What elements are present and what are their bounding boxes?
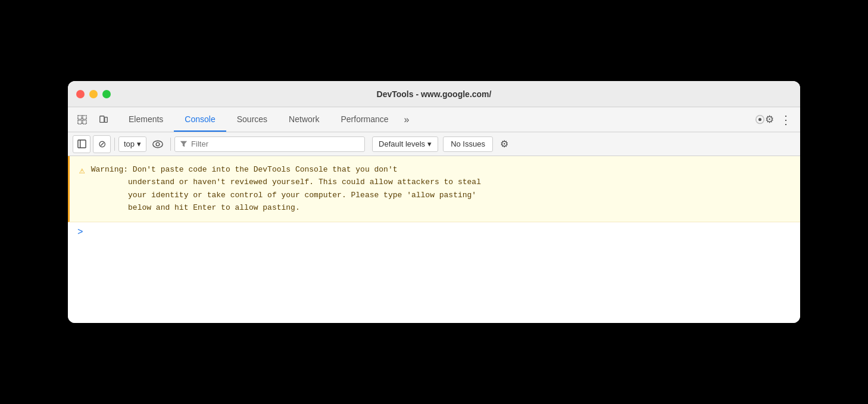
live-expressions-button[interactable] — [149, 135, 167, 153]
filter-input[interactable] — [191, 139, 360, 148]
svg-rect-2 — [78, 120, 82, 123]
no-issues-label: No Issues — [451, 139, 485, 148]
console-settings-icon: ⚙ — [500, 138, 508, 150]
tab-performance[interactable]: Performance — [330, 107, 399, 132]
svg-rect-6 — [77, 140, 85, 148]
context-dropdown-icon: ▾ — [137, 139, 141, 148]
more-tabs-button[interactable]: » — [399, 114, 414, 125]
more-options-button[interactable]: ⋮ — [776, 110, 795, 129]
device-toolbar-button[interactable] — [94, 110, 113, 129]
svg-point-8 — [153, 141, 163, 147]
context-label: top — [124, 139, 135, 148]
tab-bar: Elements Console Sources Network Perform… — [68, 107, 800, 132]
filter-input-wrap[interactable] — [174, 136, 365, 152]
devtools-window: DevTools - www.google.com/ — [68, 81, 800, 323]
svg-rect-1 — [83, 115, 86, 119]
tab-actions: ⚙ ⋮ — [755, 110, 795, 129]
warning-icon: ⚠ — [79, 164, 85, 179]
levels-dropdown-icon: ▾ — [427, 139, 432, 148]
levels-label: Default levels — [379, 139, 425, 148]
warning-message: ⚠ Warning: Don't paste code into the Dev… — [68, 156, 800, 222]
console-output: ⚠ Warning: Don't paste code into the Dev… — [68, 156, 800, 323]
clear-console-button[interactable]: ⊘ — [93, 135, 111, 153]
context-selector[interactable]: top ▾ — [118, 136, 146, 152]
warning-text: Warning: Don't paste code into the DevTo… — [91, 163, 481, 215]
sidebar-toggle-button[interactable] — [73, 135, 90, 153]
tab-icon-group — [73, 110, 113, 129]
console-settings-button[interactable]: ⚙ — [495, 135, 513, 153]
maximize-button[interactable] — [102, 90, 111, 98]
prompt-chevron: > — [77, 227, 83, 238]
toolbar-separator-2 — [170, 138, 171, 151]
svg-rect-5 — [105, 117, 107, 122]
console-toolbar: ⊘ top ▾ Default levels ▾ — [68, 132, 800, 156]
minimize-button[interactable] — [89, 90, 98, 98]
svg-rect-0 — [78, 115, 82, 119]
svg-rect-3 — [83, 120, 86, 123]
inspect-element-button[interactable] — [73, 110, 92, 129]
settings-button[interactable]: ⚙ — [755, 110, 774, 129]
tab-console[interactable]: Console — [174, 107, 226, 132]
tab-network[interactable]: Network — [278, 107, 330, 132]
console-prompt-line[interactable]: > — [68, 222, 800, 243]
filter-icon — [180, 140, 188, 148]
svg-point-9 — [156, 142, 160, 146]
tab-sources[interactable]: Sources — [226, 107, 278, 132]
window-title: DevTools - www.google.com/ — [377, 89, 492, 99]
toolbar-separator-1 — [114, 138, 115, 151]
close-button[interactable] — [76, 90, 85, 98]
no-issues-button[interactable]: No Issues — [443, 136, 493, 152]
tabs: Elements Console Sources Network Perform… — [118, 107, 755, 132]
default-levels-button[interactable]: Default levels ▾ — [372, 136, 438, 152]
window-controls — [76, 90, 111, 98]
titlebar: DevTools - www.google.com/ — [68, 81, 800, 107]
svg-rect-4 — [100, 116, 104, 122]
tab-elements[interactable]: Elements — [118, 107, 174, 132]
